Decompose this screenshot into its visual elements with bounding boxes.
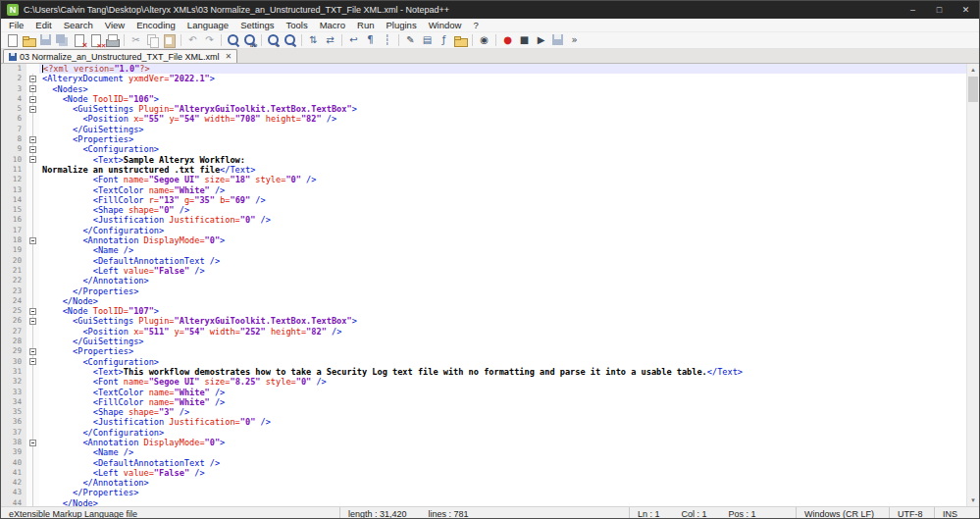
paste-icon — [161, 32, 178, 48]
print-button[interactable] — [104, 32, 121, 48]
fold-toggle[interactable] — [29, 348, 36, 355]
function-list-button[interactable]: ƒ — [436, 32, 452, 48]
folder-as-workspace-button[interactable] — [452, 32, 469, 48]
code-segment: "False" — [154, 468, 189, 478]
code-segment: <Properties> — [42, 134, 133, 144]
record-macro-button[interactable]: ● — [499, 32, 516, 48]
menu-language[interactable]: Language — [181, 19, 234, 32]
editor-line: 12 <Font name="Segoe UI" size="18" style… — [1, 175, 966, 184]
fold-line — [32, 327, 33, 337]
indent-guide-button[interactable]: ┆ — [379, 32, 395, 48]
copy-button[interactable] — [144, 32, 161, 48]
code-segment: </Configuration> — [42, 428, 164, 438]
editor-line: 21 <Left value="False" /> — [1, 266, 966, 276]
menu-settings[interactable]: Settings — [234, 19, 280, 32]
code-segment: "3" — [159, 407, 175, 417]
menu-window[interactable]: Window — [423, 19, 468, 32]
fold-toggle[interactable] — [29, 85, 36, 92]
code-segment: "106" — [129, 94, 154, 104]
fold-margin — [26, 175, 39, 184]
scroll-down-arrow[interactable]: ▼ — [967, 494, 979, 506]
indent-guide-icon: ┆ — [379, 32, 395, 48]
menu-run[interactable]: Run — [351, 19, 380, 32]
status-eol-format[interactable]: Windows (CR LF) — [796, 507, 889, 519]
show-all-characters-button[interactable]: ¶ — [362, 32, 379, 48]
fold-toggle[interactable] — [29, 440, 36, 446]
redo-button[interactable]: ↷ — [201, 32, 218, 48]
menu-encoding[interactable]: Encoding — [130, 19, 181, 32]
menu-edit[interactable]: Edit — [29, 19, 57, 32]
status-insert-mode[interactable]: INS — [934, 507, 979, 519]
code-segment: </Annotation> — [42, 276, 149, 285]
minimize-button[interactable]: – — [900, 1, 926, 19]
tab-close-button[interactable]: ✕ — [226, 53, 232, 61]
code-text: <Justification Justification="0" /> — [39, 417, 966, 427]
fold-toggle[interactable] — [29, 96, 36, 103]
text-editor[interactable]: 1<?xml version="1.0"?>2<AlteryxDocument … — [1, 64, 979, 506]
menu-plugins[interactable]: Plugins — [380, 19, 422, 32]
sync-horizontal-button[interactable]: ⇄ — [322, 32, 338, 48]
sync-vertical-button[interactable]: ⇅ — [305, 32, 322, 48]
code-segment: This workflow demostrates how to take a … — [124, 367, 707, 377]
code-segment: "2022.1" — [169, 74, 209, 83]
document-map-button[interactable]: ▤ — [419, 32, 436, 48]
word-wrap-button[interactable]: ↩ — [345, 32, 362, 48]
menu-macro[interactable]: Macro — [314, 19, 351, 32]
fold-toggle[interactable] — [29, 136, 36, 143]
code-segment: shape= — [129, 407, 159, 417]
menu-view[interactable]: View — [99, 19, 130, 32]
toolbar: ✂↶↷ab+−⇅⇄↩¶┆✎▤ƒ◉●■▶» — [1, 32, 979, 49]
editor-line: 41 <Left value="False" /> — [1, 468, 966, 478]
fold-toggle[interactable] — [29, 106, 36, 113]
zoom-in-button[interactable]: + — [265, 32, 282, 48]
menu-file[interactable]: File — [3, 19, 29, 32]
save-macro-button[interactable] — [549, 32, 566, 48]
fold-toggle[interactable] — [29, 156, 36, 163]
replace-button[interactable]: ab — [241, 32, 258, 48]
status-column: Col : 1 — [682, 509, 707, 519]
code-segment: "0" — [159, 205, 175, 215]
save-all-button[interactable] — [54, 32, 71, 48]
fold-line — [32, 195, 33, 205]
new-file-button[interactable] — [4, 32, 21, 48]
run-macro-multiple-button[interactable]: » — [566, 32, 583, 48]
editor-line: 18 <Annotation DisplayMode="0"> — [1, 235, 966, 245]
menu-help[interactable]: ? — [467, 19, 484, 32]
status-encoding[interactable]: UTF-8 — [889, 507, 934, 519]
code-segment: "0" — [205, 235, 221, 245]
stop-macro-button[interactable]: ■ — [516, 32, 533, 48]
paste-button[interactable] — [161, 32, 178, 48]
menu-tools[interactable]: Tools — [280, 19, 313, 32]
open-file-button[interactable] — [21, 32, 37, 48]
code-text: <Annotation DisplayMode="0"> — [39, 438, 966, 447]
save-file-button[interactable] — [37, 32, 54, 48]
monitoring-button[interactable]: ◉ — [476, 32, 492, 48]
tab-document[interactable]: 03 Normalize_an_Unstructured_TXT_File XM… — [3, 49, 237, 63]
code-text: <Left value="False" /> — [39, 266, 966, 276]
close-file-button[interactable] — [71, 32, 87, 48]
fold-toggle[interactable] — [29, 146, 36, 153]
code-segment: DisplayMode= — [143, 235, 204, 245]
fold-toggle[interactable] — [29, 76, 36, 82]
play-macro-button[interactable]: ▶ — [533, 32, 549, 48]
fold-toggle[interactable] — [29, 308, 36, 315]
fold-toggle[interactable] — [29, 358, 36, 365]
vertical-scrollbar[interactable]: ▲ ▼ — [966, 64, 979, 506]
menu-search[interactable]: Search — [58, 19, 99, 32]
editor-line: 37 </Configuration> — [1, 428, 966, 438]
code-segment: height= — [266, 327, 306, 337]
close-all-button[interactable] — [87, 32, 104, 48]
undo-button[interactable]: ↶ — [184, 32, 201, 48]
zoom-out-button[interactable]: − — [282, 32, 298, 48]
define-language-button[interactable]: ✎ — [402, 32, 419, 48]
fold-margin — [26, 488, 39, 497]
cut-button[interactable]: ✂ — [128, 32, 144, 48]
maximize-button[interactable]: □ — [926, 1, 953, 19]
fold-toggle[interactable] — [29, 318, 36, 325]
fold-toggle[interactable] — [29, 237, 36, 244]
find-button[interactable] — [225, 32, 241, 48]
scrollbar-thumb[interactable] — [968, 77, 978, 102]
scroll-up-arrow[interactable]: ▲ — [967, 64, 979, 76]
close-button[interactable]: ✕ — [953, 1, 979, 19]
fold-margin — [26, 438, 39, 447]
